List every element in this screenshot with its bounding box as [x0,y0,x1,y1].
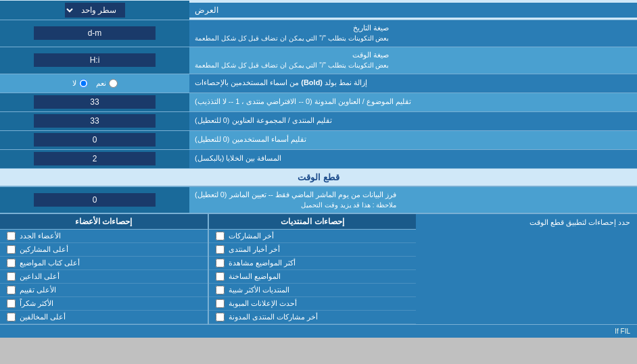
forum-topics-input-cell [0,93,189,111]
display-label: العرض [189,3,637,18]
list-item: أخر أخبار المنتدى [209,243,417,257]
posts-stats-col: إحصاءات المنتديات أخر المشاركات أخر أخبا… [209,214,417,324]
members-checkbox-6[interactable] [7,313,16,321]
list-item: الأعضاء الجدد [0,230,208,243]
list-item: أعلى الداعين [0,270,208,284]
forum-topics-row: تقليم الموضوع / العناوين المدونة (0 -- ا… [0,93,637,112]
time-format-row: صيغة الوقتبعض التكوينات يتطلب "/" التي ي… [0,47,637,74]
list-item: المواضيع الساخنة [209,270,417,284]
members-checkbox-0[interactable] [7,232,16,240]
limit-col: حدد إحصاءات لتطبيق قطع الوقت [416,214,637,324]
usernames-input-cell [0,131,189,149]
cutoff-section-header: قطع الوقت [0,169,637,187]
forum-group-label: تقليم المنتدى / المجموعة العناوين (0 للت… [189,112,637,130]
members-checkbox-2[interactable] [7,259,16,267]
forum-group-input-cell [0,112,189,130]
time-format-input-cell [0,47,189,74]
cutoff-input-cell [0,187,189,213]
time-format-label: صيغة الوقتبعض التكوينات يتطلب "/" التي ي… [189,47,637,74]
members-checkbox-3[interactable] [7,272,16,281]
bold-no-label[interactable]: لا [72,79,88,88]
list-item: أخر المشاركات [209,230,417,243]
list-item: أعلى كتاب المواضيع [0,257,208,270]
gap-input[interactable] [34,152,156,165]
date-format-input[interactable] [34,26,156,40]
members-stats-col: إحصاءات الأعضاء الأعضاء الجدد أعلى المشا… [0,214,208,324]
posts-checkbox-5[interactable] [216,299,225,308]
posts-stats-items: أخر المشاركات أخر أخبار المنتدى أكثر الم… [209,230,417,324]
bold-yes-radio[interactable] [109,79,118,88]
gap-row: المسافة بين الخلايا (بالبكسل) [0,150,637,169]
posts-checkbox-1[interactable] [216,245,225,254]
list-item: الأعلى تقييم [0,284,208,297]
display-row: العرض سطر واحد سطرين ثلاثة أسطر [0,0,637,20]
bold-no-radio[interactable] [79,79,88,88]
date-format-row: صيغة التاريخبعض التكوينات يتطلب "/" التي… [0,20,637,47]
usernames-label: تقليم أسماء المستخدمين (0 للتعطيل) [189,131,637,149]
members-checkbox-4[interactable] [7,286,16,294]
posts-checkbox-4[interactable] [216,286,225,294]
members-checkbox-1[interactable] [7,245,16,254]
cutoff-row: فرز البيانات من يوم الماشر الماضي فقط --… [0,187,637,214]
bold-remove-row: إزالة نمط بولد (Bold) من اسماء المستخدمي… [0,74,637,93]
cutoff-input[interactable] [34,193,156,207]
forum-group-input[interactable] [34,114,156,128]
members-stats-header: إحصاءات الأعضاء [0,214,208,230]
forum-group-row: تقليم المنتدى / المجموعة العناوين (0 للت… [0,112,637,131]
posts-checkbox-6[interactable] [216,313,225,321]
members-checkbox-5[interactable] [7,299,16,308]
posts-checkbox-3[interactable] [216,272,225,281]
bold-yes-label[interactable]: نعم [96,79,118,88]
posts-stats-header: إحصاءات المنتديات [209,214,417,230]
list-item: أخر مشاركات المنتدى المدونة [209,311,417,324]
list-item: أحدث الإعلانات المبوبة [209,297,417,311]
usernames-row: تقليم أسماء المستخدمين (0 للتعطيل) [0,131,637,150]
gap-input-cell [0,150,189,168]
list-item: أعلى المشاركين [0,243,208,257]
gap-label: المسافة بين الخلايا (بالبكسل) [189,150,637,168]
forum-topics-input[interactable] [34,95,156,109]
stats-grid: حدد إحصاءات لتطبيق قطع الوقت إحصاءات الم… [0,213,637,324]
bold-remove-radio-cell: نعم لا [0,74,189,93]
usernames-input[interactable] [34,133,156,147]
limit-label: حدد إحصاءات لتطبيق قطع الوقت [529,218,630,227]
list-item: المنتديات الأكثر شبية [209,284,417,297]
divider [208,214,209,324]
display-select-cell: سطر واحد سطرين ثلاثة أسطر [0,1,189,20]
forum-topics-label: تقليم الموضوع / العناوين المدونة (0 -- ا… [189,93,637,111]
date-format-input-cell [0,20,189,47]
list-item: أعلى المخالفين [0,311,208,324]
members-stats-items: الأعضاء الجدد أعلى المشاركين أعلى كتاب ا… [0,230,208,324]
posts-checkbox-2[interactable] [216,259,225,267]
date-format-label: صيغة التاريخبعض التكوينات يتطلب "/" التي… [189,20,637,47]
cutoff-label: فرز البيانات من يوم الماشر الماضي فقط --… [189,187,637,213]
footer-note: If FIL [0,324,637,338]
list-item: الأكثر شكراً [0,297,208,311]
posts-checkbox-0[interactable] [216,232,225,240]
bold-remove-label: إزالة نمط بولد (Bold) من اسماء المستخدمي… [189,74,637,93]
time-format-input[interactable] [34,53,156,67]
list-item: أكثر المواضيع مشاهدة [209,257,417,270]
display-select[interactable]: سطر واحد سطرين ثلاثة أسطر [65,3,125,18]
